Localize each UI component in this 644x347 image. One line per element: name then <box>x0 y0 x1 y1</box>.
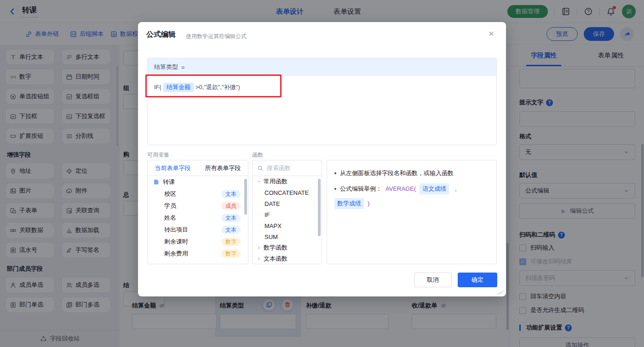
bullet-icon <box>334 172 336 174</box>
modal-title: 公式编辑 <box>146 30 176 40</box>
help-line-2: 公式编辑举例： AVERAGE( 语文成绩 ， 数学成绩 ) <box>334 183 489 209</box>
bullet-icon <box>334 188 336 190</box>
variable-剩余费用[interactable]: 剩余费用 数字 <box>148 248 248 260</box>
variable-剩余课时[interactable]: 剩余课时 数字 <box>148 236 248 248</box>
formula-editor[interactable]: 结算类型= IF(结算金额>0,"退款","补缴") <box>147 58 497 145</box>
type-badge: 文本 <box>221 226 241 234</box>
example-chip: 数学成绩 <box>334 198 364 209</box>
function-group-文本函数[interactable]: 文本函数 <box>253 253 322 264</box>
function-MAPX[interactable]: MAPX <box>253 220 322 231</box>
formula-expression[interactable]: IF(结算金额>0,"退款","补缴") <box>148 76 496 99</box>
type-badge: 文本 <box>221 190 241 198</box>
modal-subtitle: 使用数学运算符编辑公式 <box>186 33 247 40</box>
chev-right-icon <box>256 256 262 262</box>
function-SUM[interactable]: SUM <box>253 231 322 242</box>
function-group-常用函数[interactable]: 常用函数 <box>253 176 322 187</box>
function-group-数学函数[interactable]: 数学函数 <box>253 242 322 253</box>
variable-转出项目[interactable]: 转出项目 文本 <box>148 224 248 236</box>
variables-tab-1[interactable]: 所有表单字段 <box>198 160 248 176</box>
variables-tab-0[interactable]: 当前表单字段 <box>148 160 198 176</box>
variables-scrollbar[interactable] <box>244 179 247 215</box>
confirm-button[interactable]: 确定 <box>458 273 497 287</box>
doc-icon <box>153 179 160 185</box>
app-window: 转课 表单设计表单设置 数据管理 ? 训 表单外链后端脚本数据权限 预览 保存 … <box>0 0 644 347</box>
type-badge: 文本 <box>221 214 241 222</box>
chev-right-icon <box>256 245 262 250</box>
search-icon <box>257 165 264 171</box>
help-line-1: 从左侧面板选择字段名和函数，或输入函数 <box>334 168 489 178</box>
formula-edit-modal: 公式编辑 使用数学运算符编辑公式 × 结算类型= IF(结算金额>0,"退款",… <box>138 22 506 296</box>
formula-help-panel: 从左侧面板选择字段名和函数，或输入函数 公式编辑举例： AVERAGE( 语文成… <box>327 160 497 264</box>
variables-panel: 当前表单字段所有表单字段 转课 校区 文本 学员 成员 姓名 文本 转出项目 文… <box>147 160 248 264</box>
type-badge: 成员 <box>221 202 241 210</box>
functions-panel: 常用函数CONCATENATEDATEIFMAPXSUM数学函数文本函数 <box>252 160 322 264</box>
variables-caption: 可用变量 <box>147 151 169 159</box>
function-search[interactable] <box>253 160 322 176</box>
variable-姓名[interactable]: 姓名 文本 <box>148 212 248 224</box>
variables-root[interactable]: 转课 <box>148 176 248 188</box>
formula-target-row: 结算类型= <box>148 58 496 76</box>
example-chip: 语文成绩 <box>420 183 449 194</box>
cancel-button[interactable]: 取消 <box>414 273 452 287</box>
variable-学员[interactable]: 学员 成员 <box>148 200 248 212</box>
close-icon[interactable]: × <box>489 28 494 38</box>
function-CONCATENATE[interactable]: CONCATENATE <box>253 187 322 198</box>
variable-校区[interactable]: 校区 文本 <box>148 188 248 200</box>
resize-handle[interactable] <box>495 289 506 294</box>
type-badge: 数字 <box>221 238 241 246</box>
functions-scrollbar[interactable] <box>318 179 321 236</box>
chev-down-icon <box>256 179 262 184</box>
field-chip[interactable]: 结算金额 <box>163 83 194 92</box>
function-DATE[interactable]: DATE <box>253 198 322 209</box>
functions-caption: 函数 <box>252 151 263 159</box>
function-search-input[interactable] <box>267 165 313 171</box>
function-IF[interactable]: IF <box>253 209 322 220</box>
type-badge: 数字 <box>221 250 241 258</box>
